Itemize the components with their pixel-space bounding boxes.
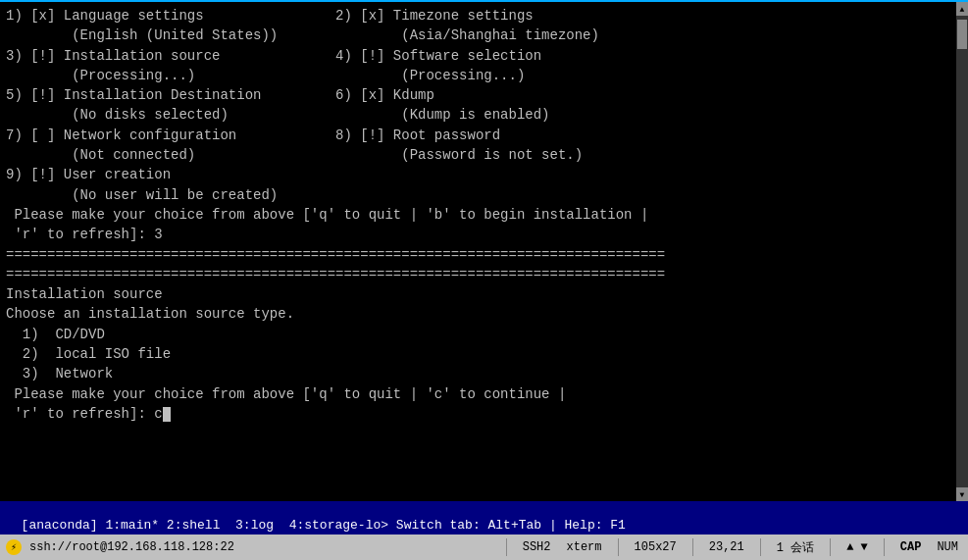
terminal-dimensions: 105x27 [631, 540, 681, 554]
arrow-buttons[interactable]: ▲ ▼ [842, 540, 872, 554]
terminal-line: Please make your choice from above ['q' … [6, 384, 962, 404]
cursor-position: 23,21 [705, 540, 748, 554]
connection-string: ssh://root@192.168.118.128:22 [25, 540, 238, 554]
session-count: 1 会话 [773, 539, 818, 556]
divider-4 [760, 538, 761, 556]
divider-5 [830, 538, 831, 556]
tab-bar-text: [anaconda] 1:main* 2:shell 3:log 4:stora… [22, 518, 626, 533]
num-lock-indicator: NUM [933, 540, 962, 554]
divider-3 [692, 538, 693, 556]
terminal-line: 9) [!] User creation [6, 165, 962, 184]
terminal-line: (Not connected) (Password is not set.) [6, 145, 962, 165]
terminal-line: 3) Network [6, 364, 962, 383]
terminal-line: Choose an installation source type. [6, 304, 962, 324]
terminal-line: (No disks selected) (Kdump is enabled) [6, 105, 962, 125]
terminal-line: Installation source [6, 284, 962, 304]
terminal-line: Please make your choice from above ['q' … [6, 205, 962, 225]
terminal-line: 2) local ISO file [6, 344, 962, 364]
scroll-up-button[interactable]: ▲ [956, 2, 968, 16]
input-prompt: 'r' to refresh]: [6, 404, 154, 424]
terminal-line: 3) [!] Installation source 4) [!] Softwa… [6, 46, 962, 66]
terminal-line: 1) CD/DVD [6, 325, 962, 344]
status-bar: ⚡ ssh://root@192.168.118.128:22 SSH2 xte… [0, 535, 968, 560]
ssh-protocol: SSH2 [519, 540, 555, 554]
terminal-line: (No user will be created) [6, 185, 962, 205]
terminal-line: ========================================… [6, 245, 962, 265]
tab-bar[interactable]: [anaconda] 1:main* 2:shell 3:log 4:stora… [0, 501, 968, 535]
terminal-line: 1) [x] Language settings 2) [x] Timezone… [6, 6, 962, 25]
terminal-line: ========================================… [6, 265, 962, 284]
input-char: c [154, 404, 162, 424]
terminal-line: (Processing...) (Processing...) [6, 66, 962, 85]
divider-6 [884, 538, 885, 556]
terminal-area: 1) [x] Language settings 2) [x] Timezone… [0, 0, 968, 501]
ssh-icon: ⚡ [6, 539, 22, 555]
connection-info: ⚡ ssh://root@192.168.118.128:22 [6, 539, 494, 555]
scroll-down-button[interactable]: ▼ [956, 487, 968, 501]
terminal-line: 'r' to refresh]: 3 [6, 225, 962, 244]
terminal-type: xterm [563, 540, 606, 554]
terminal-content: 1) [x] Language settings 2) [x] Timezone… [6, 6, 962, 424]
divider-2 [618, 538, 619, 556]
terminal-line: (English (United States)) (Asia/Shanghai… [6, 25, 962, 45]
scrollbar[interactable]: ▲ ▼ [956, 2, 968, 501]
terminal-input-line[interactable]: 'r' to refresh]: c [6, 404, 962, 424]
scroll-thumb[interactable] [957, 20, 967, 49]
cap-lock-indicator: CAP [896, 540, 926, 554]
terminal-line: 5) [!] Installation Destination 6) [x] K… [6, 85, 962, 105]
cursor [163, 407, 171, 422]
terminal-line: 7) [ ] Network configuration 8) [!] Root… [6, 126, 962, 145]
divider-1 [506, 538, 507, 556]
